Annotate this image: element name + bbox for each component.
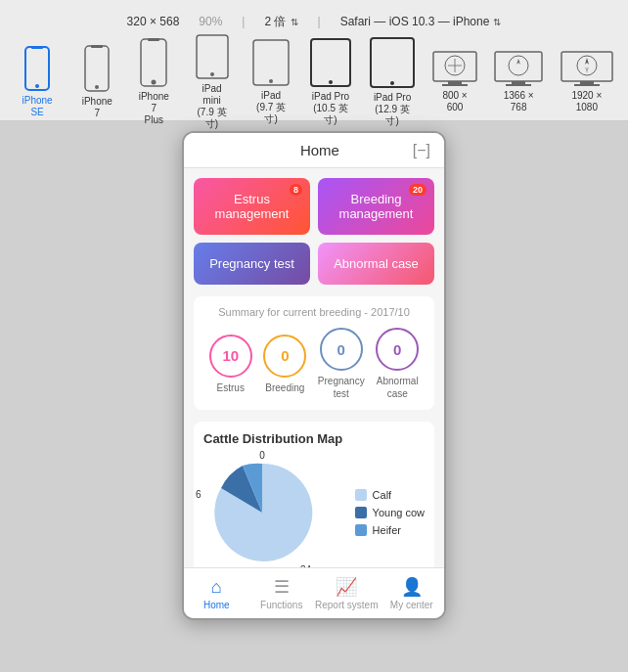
device-1920x1080[interactable]: 1920 × 1080 (556, 47, 618, 117)
iphone-7-plus-label: iPhone 7Plus (135, 91, 172, 126)
device-iphone-7[interactable]: iPhone 7 (72, 41, 121, 123)
ipad-icon (251, 39, 291, 86)
breeding-btn[interactable]: Breeding management 20 (318, 178, 434, 235)
iphone-se-icon (23, 46, 51, 91)
breeding-circle: 0 (263, 335, 306, 378)
svg-point-10 (210, 72, 214, 76)
ipad-pro-129-label: iPad Pro(12.9 英寸) (374, 92, 411, 127)
zoom-display: 90% (199, 15, 222, 28)
svg-point-14 (329, 80, 333, 84)
pregnancy-stat-label: Pregnancytest (318, 375, 365, 400)
pregnancy-btn[interactable]: Pregnancy test (194, 243, 310, 285)
estrus-btn[interactable]: Estrus management 8 (194, 178, 310, 235)
scale-selector[interactable]: 2 倍 ⇅ (264, 14, 297, 30)
estrus-label: Estrus management (215, 192, 290, 221)
heifer-color (355, 524, 367, 536)
ipad-pro-129-icon (369, 37, 416, 88)
estrus-badge: 8 (290, 184, 302, 196)
browser-value: Safari — iOS 10.3 — iPhone (340, 15, 490, 28)
summary-stats: 10 Estrus 0 Breeding 0 Preg (203, 328, 425, 400)
iphone-7-label: iPhone 7 (78, 96, 115, 119)
device-ipad-pro-129[interactable]: iPad Pro(12.9 英寸) (365, 33, 421, 131)
estrus-circle: 10 (209, 335, 252, 378)
device-iphone-se[interactable]: iPhone SE (10, 42, 65, 122)
800x600-icon (432, 51, 477, 86)
resolution-display: 320 × 568 (127, 15, 180, 28)
stat-abnormal: 0 Abnormalcase (376, 328, 419, 400)
svg-rect-7 (148, 38, 159, 41)
chart-legend: Calf Young cow Heifer (355, 489, 425, 536)
ipad-mini-icon (195, 34, 230, 79)
svg-point-5 (95, 85, 99, 89)
estrus-value: 10 (222, 347, 239, 364)
1920x1080-label: 1920 × 1080 (561, 90, 612, 113)
svg-rect-29 (574, 84, 600, 86)
browser-chevron: ⇅ (493, 17, 501, 27)
svg-rect-3 (85, 46, 109, 91)
young-cow-label: Young cow (373, 507, 425, 518)
nav-report-label: Report system (315, 600, 378, 610)
collapse-btn[interactable]: [−] (413, 142, 430, 159)
1366x768-icon (494, 51, 543, 86)
nav-report[interactable]: 📈 Report system (314, 568, 380, 618)
svg-rect-9 (197, 35, 228, 78)
pie-label-0: 0 (259, 450, 265, 461)
nav-home[interactable]: ⌂ Home (184, 568, 249, 618)
ipad-pro-105-icon (309, 38, 352, 87)
svg-rect-0 (25, 47, 49, 90)
device-ipad-mini[interactable]: iPad mini(7.9 英寸) (186, 30, 238, 134)
device-1366x768[interactable]: 1366 × 768 (490, 47, 548, 117)
svg-point-8 (152, 79, 157, 84)
device-800x600[interactable]: 800 × 600 (428, 47, 482, 117)
bottom-nav: ⌂ Home ☰ Functions 📈 Report system 👤 My … (184, 567, 444, 618)
summary-section: Summary for current breeding - 2017/10 1… (194, 296, 434, 410)
home-icon: ⌂ (211, 577, 222, 598)
800x600-label: 800 × 600 (434, 90, 476, 113)
breeding-label: Breeding management (339, 192, 414, 221)
abnormal-label: Abnormal case (334, 256, 419, 271)
chart-title: Cattle Distribution Map (203, 431, 425, 446)
abnormal-btn[interactable]: Abnormal case (318, 243, 434, 285)
svg-rect-19 (442, 84, 468, 86)
svg-rect-4 (91, 45, 103, 48)
iphone-7-icon (83, 45, 111, 92)
report-icon: 📈 (336, 576, 357, 598)
stat-pregnancy: 0 Pregnancytest (318, 328, 365, 400)
summary-title: Summary for current breeding - 2017/10 (203, 306, 425, 318)
device-row: iPhone SE iPhone 7 iPhone 7Plus (0, 43, 628, 121)
scale-chevron: ⇅ (291, 17, 298, 27)
breeding-badge: 20 (409, 184, 426, 196)
iphone-se-label: iPhone SE (16, 95, 59, 118)
app-body: Estrus management 8 Breeding management … (184, 168, 444, 567)
ipad-pro-105-label: iPad Pro(10.5 英寸) (312, 91, 349, 126)
legend-young-cow: Young cow (355, 507, 425, 518)
ipad-label: iPad(9.7 英寸) (251, 90, 292, 125)
device-iphone-7-plus[interactable]: iPhone 7Plus (129, 34, 178, 130)
abnormal-value: 0 (393, 341, 401, 358)
phone-frame-container: Home [−] Estrus management 8 Breeding ma… (0, 121, 628, 672)
estrus-stat-label: Estrus (217, 381, 245, 394)
scale-value: 2 倍 (264, 14, 286, 30)
svg-rect-13 (311, 39, 350, 86)
browser-selector[interactable]: Safari — iOS 10.3 — iPhone ⇅ (340, 15, 502, 28)
svg-rect-15 (371, 38, 414, 87)
phone-frame: Home [−] Estrus management 8 Breeding ma… (182, 131, 446, 620)
svg-rect-25 (506, 84, 531, 86)
stat-estrus: 10 Estrus (209, 335, 252, 394)
breeding-stat-label: Breeding (265, 381, 304, 394)
abnormal-circle: 0 (376, 328, 419, 371)
young-cow-color (355, 507, 367, 518)
functions-icon: ☰ (274, 576, 290, 598)
svg-rect-11 (253, 40, 289, 85)
pregnancy-label: Pregnancy test (209, 256, 294, 271)
svg-rect-6 (141, 39, 166, 86)
device-ipad-pro-105[interactable]: iPad Pro(10.5 英寸) (304, 34, 356, 130)
chart-area: 0 6 34 Calf Young cow (203, 454, 425, 567)
stat-breeding: 0 Breeding (263, 335, 306, 394)
calf-color (355, 489, 367, 501)
nav-my-center[interactable]: 👤 My center (380, 568, 445, 618)
nav-my-center-label: My center (390, 600, 433, 610)
nav-functions[interactable]: ☰ Functions (249, 568, 315, 618)
device-ipad[interactable]: iPad(9.7 英寸) (246, 35, 297, 129)
svg-point-2 (35, 84, 39, 88)
